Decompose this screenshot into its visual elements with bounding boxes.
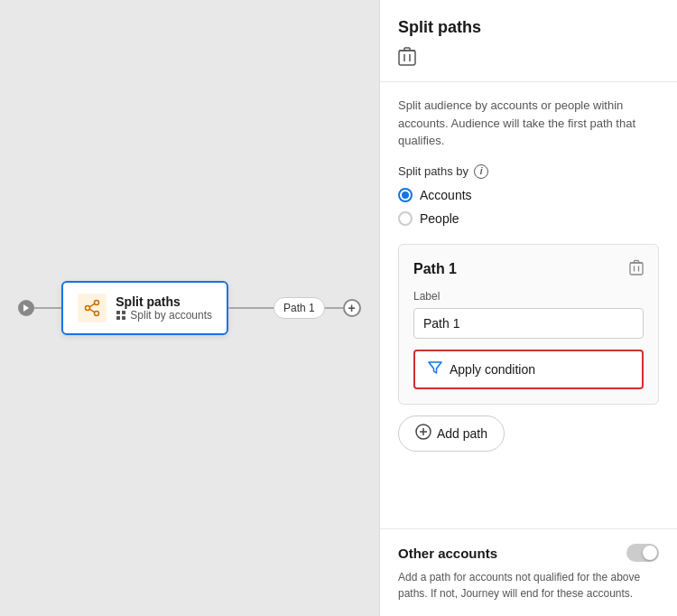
other-accounts-description: Add a path for accounts not qualified fo… (398, 569, 659, 602)
svg-rect-8 (116, 316, 120, 320)
path-label-input[interactable] (413, 308, 644, 339)
path-card-header: Path 1 (413, 259, 644, 279)
filter-icon (428, 360, 442, 378)
field-label: Label (413, 290, 644, 303)
panel-description: Split audience by accounts or people wit… (398, 97, 659, 150)
add-path-button[interactable]: Add path (398, 415, 505, 452)
svg-point-1 (95, 301, 99, 305)
add-path-label: Add path (437, 426, 487, 441)
other-accounts-section: Other accounts Add a path for accounts n… (380, 544, 677, 616)
radio-accounts-inner (402, 191, 409, 199)
radio-accounts-circle (398, 188, 413, 202)
panel-body: Split audience by accounts or people wit… (380, 82, 677, 525)
connector-left (34, 307, 61, 309)
radio-people-label: People (420, 211, 459, 226)
apply-condition-button[interactable]: Apply condition (413, 350, 644, 389)
node-title: Split paths (116, 294, 212, 309)
connector-right (228, 307, 274, 309)
path-card: Path 1 Label (398, 244, 659, 405)
svg-point-2 (95, 312, 99, 316)
radio-people-circle (398, 211, 413, 226)
divider (380, 528, 677, 529)
radio-accounts-label: Accounts (420, 188, 472, 202)
delete-button[interactable] (398, 46, 659, 70)
other-accounts-toggle[interactable] (626, 544, 659, 562)
canvas-area: Split paths Split by accounts Path 1 + (0, 0, 379, 616)
path-card-delete[interactable] (629, 259, 644, 279)
radio-people[interactable]: People (398, 211, 659, 226)
path-label-node: Path 1 (274, 297, 325, 319)
right-panel: Split paths Split audience by accounts o… (379, 0, 677, 616)
panel-header: Split paths (380, 0, 677, 82)
split-by-label: Split paths by i (398, 164, 659, 179)
split-paths-node[interactable]: Split paths Split by accounts (61, 281, 228, 335)
add-node-circle[interactable]: + (343, 299, 361, 317)
node-subtitle: Split by accounts (116, 309, 212, 322)
other-accounts-title: Other accounts (398, 546, 497, 561)
node-text: Split paths Split by accounts (116, 294, 212, 322)
add-path-icon (415, 424, 431, 443)
apply-condition-label: Apply condition (450, 362, 535, 377)
info-icon[interactable]: i (474, 164, 488, 179)
svg-rect-7 (122, 311, 125, 314)
svg-marker-0 (23, 304, 29, 312)
svg-line-5 (89, 309, 95, 313)
other-accounts-header: Other accounts (398, 544, 659, 562)
svg-line-4 (89, 303, 95, 307)
radio-accounts[interactable]: Accounts (398, 188, 659, 202)
svg-point-3 (86, 306, 90, 311)
svg-rect-6 (116, 311, 120, 314)
flow-container: Split paths Split by accounts Path 1 + (18, 281, 360, 335)
svg-rect-10 (399, 51, 415, 65)
panel-title: Split paths (398, 18, 659, 37)
node-icon (78, 294, 107, 322)
radio-group: Accounts People (398, 188, 659, 226)
svg-rect-9 (122, 316, 125, 320)
connector-end (325, 307, 343, 309)
svg-rect-17 (630, 263, 643, 275)
entry-arrow (18, 300, 34, 316)
toggle-knob (643, 546, 657, 560)
path-card-title: Path 1 (413, 261, 457, 277)
